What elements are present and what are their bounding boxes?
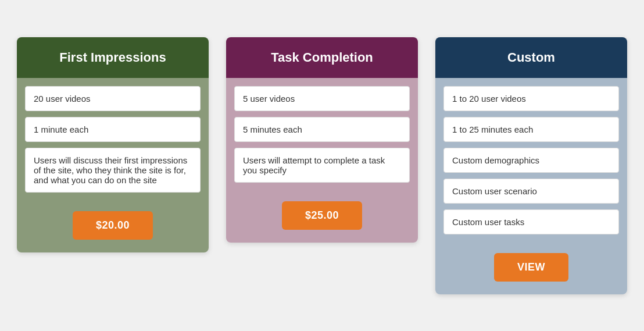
card-feature-custom-1: 1 to 25 minutes each (443, 117, 619, 142)
card-feature-custom-2: Custom demographics (443, 148, 619, 173)
price-button-custom[interactable]: VIEW (494, 253, 568, 282)
card-footer-custom: VIEW (435, 243, 627, 294)
cards-container: First Impressions20 user videos1 minute … (5, 26, 639, 306)
card-body-first-impressions: 20 user videos1 minute eachUsers will di… (17, 78, 209, 201)
card-header-custom: Custom (435, 37, 627, 78)
card-feature-custom-4: Custom user tasks (443, 209, 619, 234)
card-feature-custom-0: 1 to 20 user videos (443, 86, 619, 111)
price-button-task-completion[interactable]: $25.00 (282, 201, 362, 230)
card-body-custom: 1 to 20 user videos1 to 25 minutes eachC… (435, 78, 627, 243)
card-feature-first-impressions-2: Users will discuss their first impressio… (25, 148, 201, 193)
card-feature-task-completion-0: 5 user videos (234, 86, 410, 111)
card-task-completion: Task Completion5 user videos5 minutes ea… (226, 37, 418, 243)
card-header-first-impressions: First Impressions (17, 37, 209, 78)
card-feature-first-impressions-0: 20 user videos (25, 86, 201, 111)
card-header-task-completion: Task Completion (226, 37, 418, 78)
card-feature-task-completion-2: Users will attempt to complete a task yo… (234, 148, 410, 183)
card-first-impressions: First Impressions20 user videos1 minute … (17, 37, 209, 252)
card-feature-task-completion-1: 5 minutes each (234, 117, 410, 142)
card-feature-custom-3: Custom user scenario (443, 179, 619, 204)
card-footer-first-impressions: $20.00 (17, 201, 209, 252)
card-feature-first-impressions-1: 1 minute each (25, 117, 201, 142)
card-footer-task-completion: $25.00 (226, 191, 418, 243)
card-custom: Custom1 to 20 user videos1 to 25 minutes… (435, 37, 627, 294)
card-body-task-completion: 5 user videos5 minutes eachUsers will at… (226, 78, 418, 191)
price-button-first-impressions[interactable]: $20.00 (73, 211, 153, 240)
